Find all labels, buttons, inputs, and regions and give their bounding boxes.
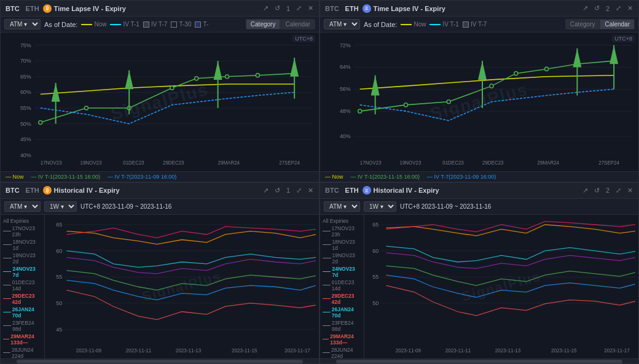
atm-select-eth-hist[interactable]: ATM ▾	[324, 201, 360, 212]
t30-checkbox[interactable]	[171, 21, 177, 28]
calendar-tab-tl-right[interactable]: Calendar	[600, 19, 635, 29]
expiry-18nov23-eth[interactable]: 18NOV23 1d	[321, 238, 363, 252]
expand-icon-br[interactable]: ⤢	[614, 186, 623, 195]
expand-icon-tl-right[interactable]: ⤢	[614, 4, 623, 13]
expiry-17nov23-btc[interactable]: 17NOV23 23h	[2, 225, 43, 238]
toolbar-eth-hist: ATM ▾ 1W ▾ UTC+8 2023-11-09 ~ 2023-11-16	[320, 199, 638, 215]
close-icon-br[interactable]: ✕	[625, 186, 635, 195]
header-actions-btc-tl: ↗ ↺ 1 ⤢ ✕	[261, 4, 315, 13]
legend-t7-item[interactable]: IV T-7	[143, 21, 168, 28]
panel-header-btc-hist: BTC ETH ₿ Historical IV - Expiry ↗ ↺ 1 ⤢…	[1, 183, 319, 199]
legend-t30-item[interactable]: T-30	[171, 21, 191, 28]
legend-t7-text: — IV T-7(2023-11-09 16:00)	[108, 174, 176, 180]
copy-icon-bl[interactable]: 1	[284, 186, 292, 195]
crypto-tabs-bl[interactable]: BTC ETH	[4, 186, 41, 195]
expiry-28jun24-btc[interactable]: 28JUN24 224d	[2, 346, 43, 359]
expiry-01dec23-btc[interactable]: 01DEC23 14d	[2, 279, 43, 292]
category-tab-tl-left[interactable]: Category	[246, 19, 281, 29]
expiry-29dec23-btc[interactable]: 29DEC23 42d	[2, 292, 43, 306]
expiry-18nov23-btc[interactable]: 18NOV23 1d	[2, 238, 43, 252]
scrollbar-eth-hist[interactable]	[320, 358, 638, 363]
expiry-29mar24-btc[interactable]: 29MAR24 133d—	[2, 333, 43, 346]
as-of-date-label: As of Date:	[44, 21, 77, 28]
expiry-23feb24-eth[interactable]: 23FEB24 98d	[321, 319, 363, 333]
crypto-tabs-tl-right[interactable]: BTC ETH	[324, 4, 360, 13]
legend-now-text-eth: — Now	[325, 174, 343, 180]
btc-tab-tl-right[interactable]: BTC	[324, 4, 340, 13]
refresh-icon-bl[interactable]: ↺	[273, 186, 282, 195]
svg-text:60%: 60%	[20, 89, 31, 95]
category-calendar-tabs-tl-left: Category Calendar	[246, 19, 315, 29]
eth-tab-br[interactable]: ETH	[344, 186, 360, 195]
scrollbar-thumb-btc-hist[interactable]	[17, 360, 303, 363]
legend-now-eth[interactable]: Now	[401, 21, 426, 28]
external-link-icon-tl-left[interactable]: ↗	[261, 4, 270, 13]
expiry-19nov23-btc[interactable]: 19NOV23 2d	[2, 252, 43, 265]
eth-tab-bl[interactable]: ETH	[25, 186, 41, 195]
t7-checkbox-eth[interactable]	[463, 21, 469, 28]
calendar-tab-tl-left[interactable]: Calendar	[280, 19, 315, 29]
t7-checkbox[interactable]	[143, 21, 149, 28]
legend-t1-eth[interactable]: IV T-1	[429, 21, 459, 28]
legend-t1-item[interactable]: IV T-1	[110, 21, 139, 28]
eth-tab-tl-right[interactable]: ETH	[344, 4, 360, 13]
refresh-icon-tl-left[interactable]: ↺	[273, 4, 282, 13]
close-icon-bl[interactable]: ✕	[306, 186, 315, 195]
expiry-26jan24-eth[interactable]: 26JAN24 70d	[321, 306, 363, 319]
expiry-26jan24-btc[interactable]: 26JAN24 70d	[2, 306, 43, 319]
svg-text:2023-11-15: 2023-11-15	[232, 347, 257, 353]
eth-tab-tl-left[interactable]: ETH	[25, 4, 41, 13]
crypto-tabs-tl-left[interactable]: BTC ETH	[4, 4, 41, 13]
btc-tab-tl-left[interactable]: BTC	[4, 4, 21, 13]
header-actions-eth-hist: ↗ ↺ 2 ⤢ ✕	[581, 186, 635, 195]
atm-select-eth-tl[interactable]: ATM ▾	[324, 19, 360, 29]
external-link-icon-br[interactable]: ↗	[581, 186, 590, 195]
close-icon-tl-right[interactable]: ✕	[625, 4, 635, 13]
copy-icon-br[interactable]: 2	[604, 186, 611, 195]
external-link-icon-tl-right[interactable]: ↗	[581, 4, 590, 13]
crypto-tabs-br[interactable]: BTC ETH	[324, 186, 360, 195]
legend-t1-text-eth: — IV T-1(2023-11-15 16:00)	[351, 174, 420, 180]
expiry-29dec23-eth[interactable]: 29DEC23 42d	[321, 292, 363, 306]
all-expiries-eth[interactable]: All Expiries	[321, 217, 363, 225]
copy-icon-tl-right[interactable]: 2	[604, 4, 611, 13]
atm-select-btc-tl[interactable]: ATM ▾	[4, 19, 41, 29]
interval-select-btc-hist[interactable]: 1W ▾	[44, 201, 77, 212]
expiry-24nov23-eth[interactable]: 24NOV23 7d	[321, 265, 363, 279]
copy-icon-tl-left[interactable]: 1	[284, 4, 292, 13]
legend-t7-eth[interactable]: IV T-7	[463, 21, 487, 28]
expiry-24nov23-btc[interactable]: 24NOV23 7d	[2, 265, 43, 279]
legend-tcustom-item[interactable]: T-	[195, 21, 208, 28]
external-link-icon-bl[interactable]: ↗	[261, 186, 270, 195]
chart-legend-btc-tl: — Now — IV T-1(2023-11-15 16:00) — IV T-…	[1, 171, 319, 182]
expiry-01dec23-eth[interactable]: 01DEC23 14d	[321, 279, 363, 292]
expand-icon-tl-left[interactable]: ⤢	[294, 4, 304, 13]
panel-eth-historical: BTC ETH Ξ Historical IV - Expiry ↗ ↺ 2 ⤢…	[320, 182, 639, 365]
legend-now-text: — Now	[6, 174, 24, 180]
expiry-17nov23-eth[interactable]: 17NOV23 23h	[321, 225, 363, 238]
svg-text:50: 50	[372, 300, 378, 306]
scrollbar-thumb-eth-hist[interactable]	[336, 360, 622, 363]
all-expiries-btc[interactable]: All Expiries	[2, 217, 43, 225]
close-icon-tl-left[interactable]: ✕	[306, 4, 315, 13]
svg-text:45%: 45%	[20, 136, 31, 142]
t30-label: T-30	[179, 21, 191, 28]
refresh-icon-br[interactable]: ↺	[592, 186, 602, 195]
svg-text:65: 65	[372, 221, 378, 227]
btc-tab-bl[interactable]: BTC	[4, 186, 21, 195]
tcustom-checkbox[interactable]	[195, 21, 201, 28]
scrollbar-btc-hist[interactable]	[1, 358, 319, 363]
expiry-19nov23-eth[interactable]: 19NOV23 2d	[321, 252, 363, 265]
atm-select-btc-hist[interactable]: ATM ▾	[4, 201, 41, 212]
t1-color	[110, 24, 121, 25]
btc-tab-br[interactable]: BTC	[324, 186, 340, 195]
refresh-icon-tl-right[interactable]: ↺	[592, 4, 602, 13]
legend-now-item[interactable]: Now	[81, 21, 106, 28]
expiry-29mar24-eth[interactable]: 29MAR24 133d—	[321, 333, 363, 346]
panel-btc-historical: BTC ETH ₿ Historical IV - Expiry ↗ ↺ 1 ⤢…	[0, 182, 320, 365]
expand-icon-bl[interactable]: ⤢	[294, 186, 304, 195]
expiry-28jun24-eth[interactable]: 28JUN24 224d	[321, 346, 363, 359]
expiry-23feb24-btc[interactable]: 23FEB24 98d	[2, 319, 43, 333]
interval-select-eth-hist[interactable]: 1W ▾	[364, 201, 396, 212]
category-tab-tl-right[interactable]: Category	[565, 19, 600, 29]
